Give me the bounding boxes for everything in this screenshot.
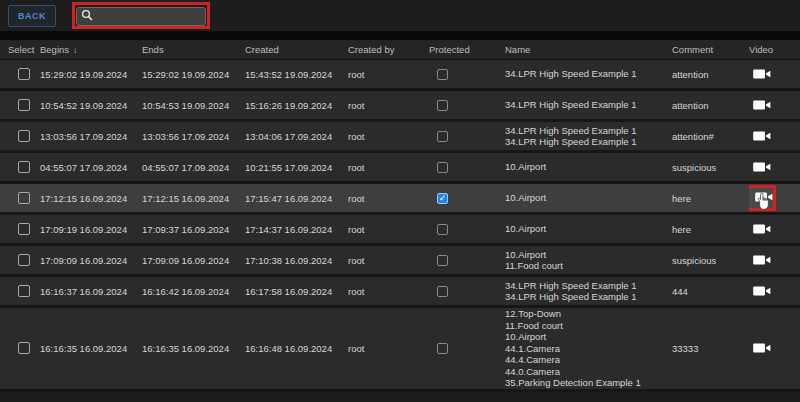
camera-names-cell: 34.LPR High Speed Example 1 [505,99,672,111]
begins-cell: 17:09:19 16.09.2024 [40,224,142,235]
camera-names-cell: 34.LPR High Speed Example 1 [505,68,672,80]
protected-checkbox[interactable] [437,131,448,142]
comment-cell: attention# [672,131,749,142]
row-3-video-button[interactable] [749,129,792,143]
video-cell [749,284,792,298]
camera-name: 10.Airport [505,249,672,261]
ends-cell: 16:16:35 16.09.2024 [142,343,245,354]
select-cell [0,192,40,204]
column-header-video[interactable]: Video [749,44,792,55]
row-7-video-button[interactable] [749,253,792,267]
protected-cell [429,100,505,111]
column-header-ends[interactable]: Ends [142,44,245,55]
created-cell: 13:04:06 17.09.2024 [245,131,348,142]
search-annotation-box [72,2,210,29]
sort-descending-icon: ↓ [73,45,78,55]
protected-checkbox[interactable]: ✓ [437,193,448,204]
ends-cell: 16:16:42 16.09.2024 [142,286,245,297]
protected-checkbox[interactable] [437,162,448,173]
protected-checkbox[interactable] [437,69,448,80]
top-toolbar: BACK [0,0,800,31]
created-cell: 10:21:55 17.09.2024 [245,162,348,173]
protected-checkbox[interactable] [437,255,448,266]
column-header-created-by[interactable]: Created by [348,44,429,55]
ends-cell: 13:03:56 17.09.2024 [142,131,245,142]
row-select-checkbox[interactable] [18,285,30,297]
begins-cell: 16:16:37 16.09.2024 [40,286,142,297]
protected-cell [429,69,505,80]
column-header-protected[interactable]: Protected [429,44,505,55]
camera-name: 35.Parking Detection Example 1 [505,377,672,389]
camera-names-cell: 10.Airport11.Food court [505,249,672,272]
table-row[interactable]: 17:09:19 16.09.202417:09:37 16.09.202417… [0,215,800,246]
table-row[interactable]: 13:03:56 17.09.202413:03:56 17.09.202413… [0,122,800,153]
created-by-cell: root [348,255,429,266]
column-header-comment[interactable]: Comment [672,44,749,55]
video-cell [749,222,792,236]
row-select-checkbox[interactable] [18,223,30,235]
column-header-name[interactable]: Name [505,44,672,56]
search-input[interactable] [76,7,206,26]
table-row[interactable]: 16:16:37 16.09.202416:16:42 16.09.202416… [0,277,800,308]
protected-cell [429,131,505,142]
protected-checkbox[interactable] [437,286,448,297]
column-header-begins[interactable]: Begins↓ [40,44,142,55]
camera-name: 34.LPR High Speed Example 1 [505,280,672,292]
video-cell [749,341,792,355]
begins-cell: 15:29:02 19.09.2024 [40,69,142,80]
camera-name: 11.Food court [505,260,672,272]
protected-checkbox[interactable] [437,224,448,235]
select-cell [0,285,40,297]
column-header-select[interactable]: Select [0,44,40,55]
row-select-checkbox[interactable] [18,254,30,266]
protected-checkbox[interactable] [437,343,448,354]
ends-cell: 17:09:09 16.09.2024 [142,255,245,266]
protected-cell: ✓ [429,193,505,204]
created-by-cell: root [348,343,429,354]
camera-name: 34.LPR High Speed Example 1 [505,136,672,148]
row-8-video-button[interactable] [749,284,792,298]
camera-name: 10.Airport [505,161,672,173]
row-4-video-button[interactable] [749,160,792,174]
row-select-checkbox[interactable] [18,192,30,204]
protected-checkbox[interactable] [437,100,448,111]
bookmarks-window: BACK SelectBegins↓EndsCreatedCreated byP… [0,0,800,402]
created-by-cell: root [348,162,429,173]
row-6-video-button[interactable] [749,222,792,236]
table-row[interactable]: 16:16:35 16.09.202416:16:35 16.09.202416… [0,308,800,392]
select-cell [0,68,40,80]
table-row[interactable]: 17:09:09 16.09.202417:09:09 16.09.202417… [0,246,800,277]
row-select-checkbox[interactable] [18,130,30,142]
comment-cell: 33333 [672,343,749,354]
table-row[interactable]: 15:29:02 19.09.202415:29:02 19.09.202415… [0,60,800,91]
row-select-checkbox[interactable] [18,68,30,80]
video-cell [749,129,792,143]
video-cell [749,160,792,174]
column-header-created[interactable]: Created [245,44,348,55]
table-row[interactable]: 17:12:15 16.09.202417:12:15 16.09.202417… [0,184,800,215]
row-select-checkbox[interactable] [18,99,30,111]
row-select-checkbox[interactable] [18,342,30,354]
comment-cell: here [672,224,749,235]
created-by-cell: root [348,69,429,80]
begins-cell: 04:55:07 17.09.2024 [40,162,142,173]
camera-name: 44.1.Camera [505,343,672,355]
created-by-cell: root [348,224,429,235]
row-2-video-button[interactable] [749,98,792,112]
comment-cell: 444 [672,286,749,297]
row-9-video-button[interactable] [749,341,792,355]
row-1-video-button[interactable] [749,67,792,81]
begins-cell: 17:09:09 16.09.2024 [40,255,142,266]
created-cell: 17:15:47 16.09.2024 [245,193,348,204]
table-row[interactable]: 04:55:07 17.09.202404:55:07 17.09.202410… [0,153,800,184]
camera-name: 34.LPR High Speed Example 1 [505,68,672,80]
created-by-cell: root [348,100,429,111]
back-button[interactable]: BACK [8,5,56,27]
select-cell [0,342,40,354]
select-cell [0,223,40,235]
camera-name: 12.Top-Down [505,308,672,320]
row-select-checkbox[interactable] [18,161,30,173]
created-by-cell: root [348,131,429,142]
camera-names-cell: 34.LPR High Speed Example 134.LPR High S… [505,280,672,303]
table-row[interactable]: 10:54:52 19.09.202410:54:53 19.09.202415… [0,91,800,122]
